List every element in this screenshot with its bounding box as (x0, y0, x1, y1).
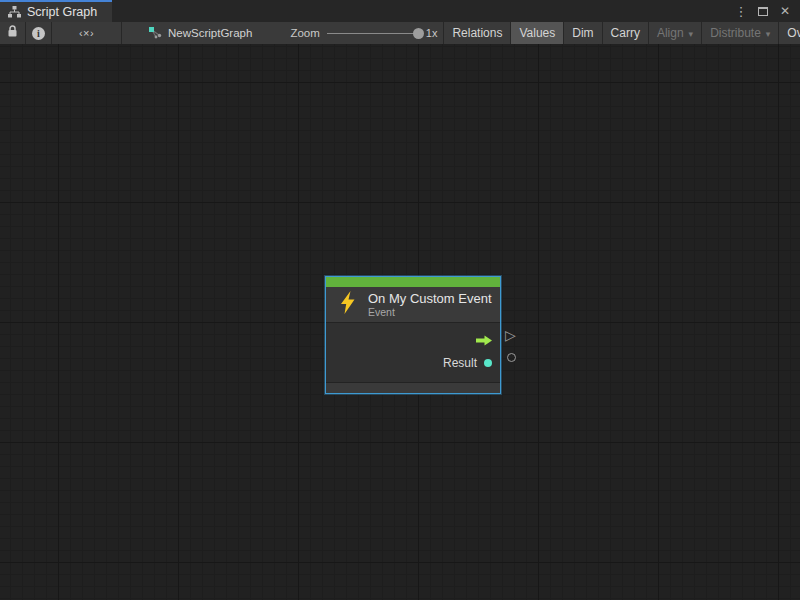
toolbar-separator (121, 22, 122, 44)
distribute-button[interactable]: Distribute (702, 22, 778, 44)
dim-button[interactable]: Dim (564, 22, 601, 44)
node-footer (326, 383, 500, 393)
value-output-port-row: Result (326, 352, 500, 374)
graph-hierarchy-icon (8, 6, 21, 18)
window-menu-icon[interactable]: ⋮ (734, 4, 748, 18)
lock-icon (7, 25, 18, 41)
zoom-slider-handle[interactable] (413, 28, 424, 39)
code-graph-button[interactable]: ‹×› (52, 22, 121, 44)
script-graph-asset-icon (148, 26, 162, 41)
flow-output-port-row (326, 330, 500, 352)
zoom-slider[interactable] (327, 33, 419, 34)
carry-button[interactable]: Carry (603, 22, 648, 44)
node-subtitle: Event (368, 306, 492, 318)
node-header[interactable]: On My Custom Event Event (326, 287, 500, 322)
node-title: On My Custom Event (368, 291, 492, 306)
flow-port-triangle-icon[interactable]: ▷ (505, 328, 516, 342)
result-port-dot-icon[interactable] (484, 359, 492, 367)
window-controls: ⋮ ✕ (734, 0, 800, 22)
value-port-circle-icon[interactable] (507, 353, 516, 362)
flow-output-arrow-icon[interactable] (476, 332, 492, 350)
code-icon: ‹×› (79, 27, 94, 39)
result-port-label: Result (443, 356, 477, 370)
values-button[interactable]: Values (511, 22, 563, 44)
relations-button[interactable]: Relations (444, 22, 510, 44)
graph-toolbar: i ‹×› NewScriptGraph Zoom 1x Relations V… (0, 22, 800, 44)
tab-script-graph[interactable]: Script Graph (0, 0, 112, 22)
lock-button[interactable] (0, 22, 25, 44)
info-icon: i (32, 27, 45, 40)
zoom-control: Zoom 1x (290, 27, 441, 39)
align-button[interactable]: Align (649, 22, 701, 44)
tab-bar: Script Graph ⋮ ✕ (0, 0, 800, 22)
lightning-bolt-icon (339, 291, 356, 318)
node-ports-area: Result (326, 323, 500, 382)
node-color-strip (326, 277, 500, 287)
toolbar-toggle-group: Relations Values Dim Carry Align Distrib… (443, 22, 800, 44)
info-button[interactable]: i (26, 22, 51, 44)
tab-title: Script Graph (27, 5, 97, 19)
graph-reference-button[interactable]: NewScriptGraph (136, 22, 264, 44)
overview-button[interactable]: Overview (779, 22, 800, 44)
graph-name-label: NewScriptGraph (168, 27, 252, 39)
close-icon[interactable]: ✕ (778, 4, 792, 18)
node-on-my-custom-event[interactable]: On My Custom Event Event Result (325, 276, 501, 394)
zoom-value: 1x (426, 27, 438, 39)
maximize-icon[interactable] (756, 4, 770, 18)
zoom-label: Zoom (290, 27, 319, 39)
